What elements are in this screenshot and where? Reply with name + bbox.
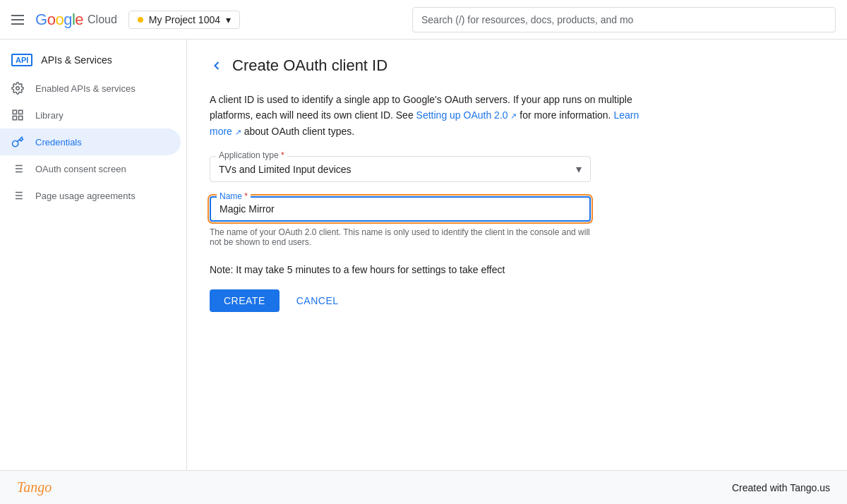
name-hint: The name of your OAuth 2.0 client. This … xyxy=(210,227,591,247)
search-placeholder: Search (/) for resources, docs, products… xyxy=(421,14,633,25)
menu-button[interactable] xyxy=(11,15,24,25)
list-detail-icon xyxy=(11,189,24,202)
sidebar-item-oauth-consent[interactable]: OAuth consent screen xyxy=(0,155,181,182)
footer: Tango Created with Tango.us xyxy=(0,470,847,504)
main-layout: API APIs & Services Enabled APIs & servi… xyxy=(0,40,847,470)
sidebar-title: APIs & Services xyxy=(41,54,112,66)
svg-rect-2 xyxy=(19,110,23,114)
project-dot-icon xyxy=(138,17,143,23)
project-selector[interactable]: My Project 1004 ▾ xyxy=(128,11,240,29)
grid-icon xyxy=(11,109,24,121)
svg-rect-3 xyxy=(13,116,16,120)
tango-logo: Tango xyxy=(17,479,52,496)
back-button[interactable] xyxy=(210,59,224,73)
sidebar-header: API APIs & Services xyxy=(0,45,186,75)
list-icon xyxy=(11,162,24,175)
dropdown-arrow-icon: ▾ xyxy=(576,162,582,176)
api-badge: API xyxy=(11,54,32,66)
sidebar-item-label: Credentials xyxy=(35,137,82,148)
sidebar-item-enabled-apis[interactable]: Enabled APIs & services xyxy=(0,75,181,102)
search-bar[interactable]: Search (/) for resources, docs, products… xyxy=(412,7,836,32)
chevron-down-icon: ▾ xyxy=(226,14,231,25)
sidebar-item-credentials[interactable]: Credentials xyxy=(0,128,181,155)
name-input[interactable] xyxy=(220,203,581,215)
svg-point-0 xyxy=(16,87,20,90)
oauth-setup-link[interactable]: Setting up OAuth 2.0 ↗ xyxy=(416,109,517,121)
app-type-value: TVs and Limited Input devices xyxy=(219,164,352,175)
cancel-button[interactable]: CANCEL xyxy=(285,289,350,312)
app-type-select[interactable]: TVs and Limited Input devices ▾ xyxy=(219,162,582,176)
sidebar-item-label: Enabled APIs & services xyxy=(35,83,136,94)
button-row: CREATE CANCEL xyxy=(210,289,591,312)
sidebar-item-label: Library xyxy=(35,110,64,121)
name-label: Name * xyxy=(217,191,251,201)
footer-credit: Created with Tango.us xyxy=(732,482,830,493)
name-field[interactable]: Name * xyxy=(210,196,591,222)
sidebar-item-label: Page usage agreements xyxy=(35,191,136,201)
project-name: My Project 1004 xyxy=(149,14,220,25)
create-button[interactable]: CREATE xyxy=(210,289,280,312)
settings-note: Note: It may take 5 minutes to a few hou… xyxy=(210,264,591,275)
app-type-label: Application type * xyxy=(216,150,287,160)
svg-rect-1 xyxy=(13,110,16,114)
sidebar-item-page-usage[interactable]: Page usage agreements xyxy=(0,182,181,209)
svg-rect-4 xyxy=(19,116,23,120)
app-type-field[interactable]: Application type * TVs and Limited Input… xyxy=(210,156,591,182)
google-cloud-logo[interactable]: Google Cloud xyxy=(35,11,117,29)
sidebar-item-library[interactable]: Library xyxy=(0,102,181,128)
page-header: Create OAuth client ID xyxy=(210,56,824,75)
sidebar-item-label: OAuth consent screen xyxy=(35,164,126,174)
content-area: Create OAuth client ID A client ID is us… xyxy=(187,40,847,470)
page-title: Create OAuth client ID xyxy=(232,56,388,75)
form-section: Application type * TVs and Limited Input… xyxy=(210,156,591,312)
sidebar: API APIs & Services Enabled APIs & servi… xyxy=(0,40,187,470)
gear-icon xyxy=(11,82,24,95)
page-description: A client ID is used to identify a single… xyxy=(210,92,661,139)
topbar: Google Cloud My Project 1004 ▾ Search (/… xyxy=(0,0,847,40)
key-icon xyxy=(11,136,24,148)
